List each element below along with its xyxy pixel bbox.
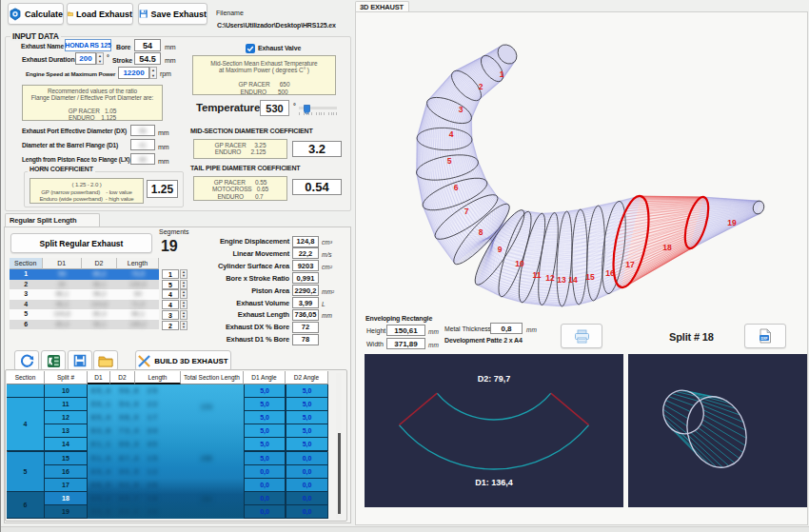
svg-text:DXF: DXF — [761, 337, 769, 341]
svg-text:5: 5 — [447, 156, 452, 166]
svg-text:13: 13 — [557, 275, 566, 285]
svg-text:2: 2 — [479, 82, 483, 91]
svg-text:17: 17 — [625, 260, 635, 269]
svg-text:7: 7 — [464, 207, 469, 216]
svg-text:16: 16 — [605, 268, 615, 278]
svg-text:6: 6 — [454, 183, 459, 192]
svg-text:15: 15 — [585, 272, 595, 282]
svg-text:9: 9 — [498, 245, 503, 254]
svg-text:18: 18 — [662, 243, 672, 252]
svg-text:19: 19 — [727, 218, 737, 227]
svg-text:3: 3 — [459, 105, 464, 114]
svg-text:14: 14 — [568, 275, 578, 285]
svg-text:8: 8 — [479, 227, 483, 237]
svg-text:11: 11 — [533, 270, 542, 280]
svg-text:10: 10 — [515, 259, 524, 268]
svg-text:12: 12 — [545, 273, 555, 283]
svg-text:4: 4 — [449, 129, 454, 139]
svg-text:1: 1 — [500, 69, 504, 79]
